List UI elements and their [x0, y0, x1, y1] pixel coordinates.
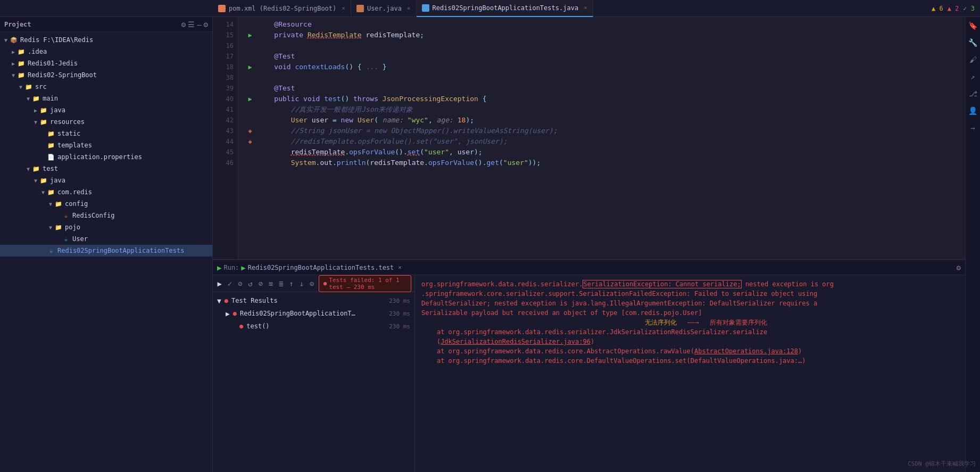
tab-test-label: Redis02SpringBootApplicationTests.java	[433, 4, 579, 12]
tree-label-5: main	[43, 95, 58, 102]
code-line-38	[245, 72, 965, 83]
tree-arrow-14: ▼	[47, 201, 54, 207]
git-icon-btn[interactable]: ⎇	[967, 87, 979, 100]
sidebar-gear-icon[interactable]: ⚙	[181, 20, 186, 29]
code-line-18: ▶ void contextLoads() { ... }	[245, 62, 965, 72]
line-num-44: 44	[213, 136, 234, 147]
check-btn[interactable]: ✓	[226, 279, 233, 288]
tree-item-12[interactable]: ▼📁java	[0, 175, 212, 186]
code-content[interactable]: @Resource▶ private RedisTemplate redisTe…	[238, 17, 965, 259]
tree-item-17[interactable]: ☕User	[0, 233, 212, 245]
watermark: CSDN @锦木千束喊我学习	[908, 460, 976, 468]
refresh-btn[interactable]: ⊙	[308, 279, 315, 288]
tab-pom-close[interactable]: ×	[342, 5, 345, 12]
line-num-46: 46	[213, 158, 234, 168]
bottom-settings-icon[interactable]: ⚙	[957, 263, 961, 272]
test-toolbar: ▶ ✓ ⊘ ↺ ⊘ ≡ ≣ ↑ ↓ ⊙ ● Tests failed: 1 of…	[213, 275, 414, 292]
test-class-item[interactable]: ▶ ● Redis02SpringBootApplicationT… 230 m…	[213, 307, 414, 320]
bookmark-icon-btn[interactable]: 🔖	[967, 19, 979, 32]
project-sidebar: Project ⚙ ☰ — ⚙ ▼📦Redis F:\IDEA\Redis▶📁.…	[0, 17, 213, 472]
test-results-root[interactable]: ▼ ● Test Results 230 ms	[213, 294, 414, 307]
tree-arrow-0: ▼	[2, 37, 10, 43]
code-line-43: ◈ //String jsonUser = new ObjectMapper()…	[245, 126, 965, 136]
run-tab-close[interactable]: ×	[398, 264, 402, 271]
all-need-serialize-label: 所有对象需要序列化	[710, 319, 767, 326]
test-class-label: Redis02SpringBootApplicationT…	[240, 310, 355, 317]
tab-user-close[interactable]: ×	[407, 5, 411, 12]
tree-item-4[interactable]: ▼📁src	[0, 81, 212, 93]
list2-btn[interactable]: ≣	[278, 279, 285, 288]
test-method-label: test()	[246, 322, 269, 330]
tab-test[interactable]: Redis02SpringBootApplicationTests.java ×	[417, 0, 593, 17]
sidebar-settings-icon[interactable]: ⚙	[204, 20, 208, 29]
code-text-39: @Test	[258, 83, 295, 94]
gutter-40: ▶	[245, 94, 255, 104]
test-status-text: Tests failed: 1 of 1 test – 230 ms	[329, 277, 406, 291]
sidebar-menu-icon[interactable]: ☰	[188, 20, 195, 29]
stack-link-8[interactable]: JdkSerializationRedisSerializer.java:96	[441, 338, 591, 345]
run-label: Run:	[223, 264, 239, 271]
stack-link-9[interactable]: AbstractOperations.java:128	[694, 347, 798, 355]
line-num-43: 43	[213, 126, 234, 136]
tree-label-12: java	[50, 177, 65, 184]
up-btn[interactable]: ↑	[288, 279, 295, 288]
java-orange-icon	[356, 5, 364, 12]
code-line-40: ▶ public void test() throws JsonProcessi…	[245, 94, 965, 104]
share-icon-btn[interactable]: ↗	[967, 70, 979, 83]
tab-pom[interactable]: pom.xml (Redis02-SpringBoot) ×	[213, 0, 351, 17]
run-btn[interactable]: ▶	[216, 279, 223, 288]
tree-arrow-1: ▶	[10, 49, 17, 55]
login-icon-btn[interactable]: →	[967, 121, 979, 134]
output-panel: org.springframework.data.redis.serialize…	[415, 275, 965, 472]
tree-item-8[interactable]: 📁static	[0, 128, 212, 139]
tree-icon-3: 📁	[17, 71, 26, 79]
gutter-44: ◈	[245, 136, 255, 147]
tree-item-5[interactable]: ▼📁main	[0, 93, 212, 104]
tree-icon-14: 📁	[54, 200, 63, 208]
code-editor[interactable]: 1415161718383940414243444546 @Resource▶ …	[213, 17, 965, 259]
tab-user[interactable]: User.java ×	[351, 0, 417, 17]
code-line-39: @Test	[245, 83, 965, 94]
tree-item-9[interactable]: 📁templates	[0, 139, 212, 151]
tree-item-0[interactable]: ▼📦Redis F:\IDEA\Redis	[0, 34, 212, 46]
test-method-item[interactable]: ● test() 230 ms	[213, 320, 414, 333]
down-btn[interactable]: ↓	[298, 279, 305, 288]
tree-item-7[interactable]: ▼📁resources	[0, 116, 212, 128]
line-num-16: 16	[213, 40, 234, 51]
tree-item-11[interactable]: ▼📁test	[0, 163, 212, 175]
tree-arrow-16: ▼	[47, 225, 54, 230]
arrow-annotation: ——→	[687, 319, 699, 326]
tree-item-6[interactable]: ▶📁java	[0, 104, 212, 116]
code-text-18: void contextLoads() { ... }	[258, 62, 387, 72]
rerun-btn[interactable]: ↺	[247, 279, 254, 288]
tab-test-close[interactable]: ×	[584, 4, 587, 11]
sidebar-collapse-icon[interactable]: —	[197, 20, 201, 29]
run-tab-label[interactable]: Redis02SpringBootApplicationTests.test	[248, 264, 394, 271]
tree-item-15[interactable]: ☕RedisConfig	[0, 210, 212, 221]
tree-item-1[interactable]: ▶📁.idea	[0, 46, 212, 57]
person-icon-btn[interactable]: 👤	[967, 104, 979, 117]
test-results-label: Test Results	[231, 297, 278, 304]
code-line-46: System.out.println(redisTemplate.opsForV…	[245, 158, 965, 168]
tree-item-18[interactable]: ☕Redis02SpringBootApplicationTests	[0, 245, 212, 256]
tree-item-16[interactable]: ▼📁pojo	[0, 221, 212, 233]
tree-label-15: RedisConfig	[72, 212, 114, 219]
list-btn[interactable]: ≡	[267, 279, 274, 288]
tree-item-14[interactable]: ▼📁config	[0, 198, 212, 210]
tree-label-9: templates	[57, 142, 92, 149]
error-badge: ▲ 2	[948, 5, 959, 12]
tree-item-10[interactable]: 📄application.properties	[0, 151, 212, 163]
tree-item-3[interactable]: ▼📁Redis02-SpringBoot	[0, 69, 212, 81]
tree-item-2[interactable]: ▶📁Redis01-Jedis	[0, 57, 212, 69]
tree-label-13: com.redis	[57, 188, 92, 196]
filter-btn[interactable]: ⊘	[257, 279, 264, 288]
paint-icon-btn[interactable]: 🖌	[967, 53, 979, 66]
test-class-fail-icon: ●	[233, 310, 237, 317]
stop-btn[interactable]: ⊘	[237, 279, 244, 288]
code-line-45: redisTemplate.opsForValue().set("user", …	[245, 147, 965, 158]
tree-item-13[interactable]: ▼📁com.redis	[0, 186, 212, 198]
wrench-icon-btn[interactable]: 🔧	[967, 36, 979, 49]
code-text-17: @Test	[258, 51, 295, 62]
run-icon: ▶	[217, 263, 221, 272]
gutter-18: ▶	[245, 62, 255, 72]
